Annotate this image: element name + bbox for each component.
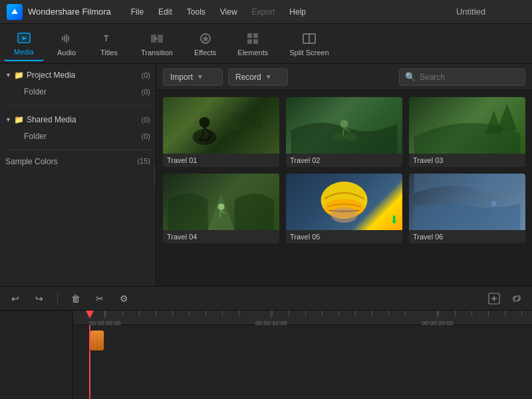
record-dropdown[interactable]: Record ▼ bbox=[228, 68, 288, 86]
ruler-minor-tick bbox=[189, 311, 190, 316]
svg-point-12 bbox=[200, 117, 210, 128]
search-box[interactable]: 🔍 bbox=[399, 68, 525, 86]
tick-icon-minor bbox=[272, 311, 273, 316]
media-label: Media bbox=[14, 48, 34, 56]
media-label-travel03: Travel 03 bbox=[409, 154, 525, 167]
media-item-travel06[interactable]: Travel 06 bbox=[409, 174, 525, 243]
search-input[interactable] bbox=[420, 72, 519, 82]
ruler-minor-tick bbox=[405, 311, 406, 316]
sidebar-sample-colors[interactable]: Sample Colors (15) bbox=[0, 153, 156, 170]
tick-icon-minor bbox=[338, 311, 339, 316]
collapse-arrow-icon: ◀ bbox=[156, 172, 157, 178]
timeline-clip-1[interactable] bbox=[90, 331, 104, 350]
media-item-travel05[interactable]: ⬇ Travel 05 bbox=[286, 174, 402, 243]
tick-icon-minor bbox=[239, 311, 239, 316]
ruler-minor-tick bbox=[521, 311, 522, 316]
svg-point-11 bbox=[193, 129, 217, 145]
ruler-mark-0: 00:00:00:00 bbox=[89, 311, 121, 327]
tick-icon-minor bbox=[322, 311, 323, 316]
titles-label: Titles bbox=[100, 49, 118, 57]
project-folder-label: Folder bbox=[24, 87, 47, 96]
folder-icon: 📁 bbox=[14, 70, 24, 80]
timeline-tracks bbox=[73, 325, 532, 399]
menu-export[interactable]: Export bbox=[245, 5, 282, 19]
ruler-minor-tick bbox=[156, 311, 156, 316]
sidebar-shared-media-header[interactable]: ▼ 📁 Shared Media (0) bbox=[0, 111, 156, 128]
sidebar-project-media-header[interactable]: ▼ 📁 Project Media (0) bbox=[0, 66, 156, 84]
ruler-minor-tick bbox=[355, 311, 356, 316]
folder-icon-2: 📁 bbox=[14, 115, 24, 124]
timeline-playhead[interactable] bbox=[89, 325, 90, 399]
menu-edit[interactable]: Edit bbox=[152, 5, 179, 19]
svg-rect-9 bbox=[253, 39, 258, 44]
import-dropdown[interactable]: Import ▼ bbox=[163, 68, 223, 86]
chevron-down-icon-2: ▼ bbox=[5, 116, 11, 123]
media-item-travel04[interactable]: Travel 04 bbox=[163, 174, 279, 243]
ruler-minor-tick bbox=[488, 311, 489, 316]
sidebar-collapse-handle[interactable]: ◀ bbox=[154, 165, 156, 185]
toolbar-audio[interactable]: Audio bbox=[47, 27, 86, 61]
menu-tools[interactable]: Tools bbox=[180, 5, 212, 19]
clip-content bbox=[90, 331, 104, 350]
svg-point-20 bbox=[491, 201, 497, 206]
timeline-toolbar: ↩ ↪ 🗑 ✂ ⚙ bbox=[0, 287, 532, 311]
download-badge: ⬇ bbox=[390, 213, 398, 226]
svg-rect-7 bbox=[253, 33, 258, 38]
redo-button[interactable]: ↪ bbox=[31, 290, 48, 307]
ruler-minor-tick bbox=[222, 311, 223, 316]
timeline-right-panel: 00:00:00:00 00:00:10:00 00:00:20:00 (fun… bbox=[73, 311, 532, 399]
link-button[interactable] bbox=[508, 290, 525, 307]
sidebar-project-folder[interactable]: Folder (0) bbox=[0, 84, 156, 100]
toolbar-effects[interactable]: Effects bbox=[185, 27, 225, 61]
svg-rect-4 bbox=[158, 35, 163, 43]
timeline-area: ↩ ↪ 🗑 ✂ ⚙ bbox=[0, 286, 532, 399]
media-thumb-travel03 bbox=[409, 97, 525, 154]
media-thumb-travel04 bbox=[163, 174, 279, 230]
svg-point-16 bbox=[218, 203, 225, 210]
toolbar-transition[interactable]: Transition bbox=[132, 27, 182, 61]
undo-button[interactable]: ↩ bbox=[7, 290, 24, 307]
tick-icon-minor bbox=[139, 311, 140, 316]
toolbar-titles[interactable]: T Titles bbox=[89, 27, 129, 61]
sidebar-shared-folder[interactable]: Folder (0) bbox=[0, 128, 156, 144]
add-media-button[interactable] bbox=[485, 290, 503, 307]
svg-rect-6 bbox=[247, 33, 252, 38]
adjust-button[interactable]: ⚙ bbox=[115, 290, 132, 307]
ruler-minor-tick bbox=[338, 311, 339, 316]
tick-icon-minor bbox=[172, 311, 173, 316]
toolbar-split-screen[interactable]: Split Screen bbox=[280, 27, 338, 61]
menu-view[interactable]: View bbox=[213, 5, 244, 19]
sample-colors-count: (15) bbox=[137, 157, 150, 166]
menu-help[interactable]: Help bbox=[283, 5, 313, 19]
media-item-travel01[interactable]: Travel 01 bbox=[163, 97, 279, 167]
project-folder-count: (0) bbox=[142, 88, 150, 96]
sidebar-divider-1 bbox=[5, 105, 150, 106]
tick-icon-minor bbox=[372, 311, 372, 316]
timeline-left-panel bbox=[0, 311, 73, 399]
tick-icon-minor bbox=[305, 311, 306, 316]
import-label: Import bbox=[170, 72, 193, 82]
cut-button[interactable]: ✂ bbox=[91, 290, 108, 307]
svg-point-14 bbox=[332, 133, 346, 141]
tick-icon-minor bbox=[355, 311, 356, 316]
ruler-minor-tick bbox=[272, 311, 273, 316]
media-item-travel03[interactable]: Travel 03 bbox=[409, 97, 525, 167]
tick-icon-minor bbox=[405, 311, 406, 316]
media-thumb-travel02 bbox=[286, 97, 402, 154]
tick-icon-minor bbox=[471, 311, 472, 316]
sidebar-divider-2 bbox=[5, 150, 150, 150]
media-thumb-travel05: ⬇ bbox=[286, 174, 402, 230]
tick-icon-minor bbox=[189, 311, 190, 316]
media-item-travel02[interactable]: Travel 02 bbox=[286, 97, 402, 167]
menu-file[interactable]: File bbox=[124, 5, 150, 19]
toolbar-media[interactable]: Media bbox=[4, 27, 44, 61]
tick-icon-minor bbox=[521, 311, 522, 316]
tick-icon-minor bbox=[106, 311, 106, 316]
sidebar-shared-media-section: ▼ 📁 Shared Media (0) Folder (0) bbox=[0, 108, 156, 147]
toolbar-elements[interactable]: Elements bbox=[228, 27, 277, 61]
project-media-label: Project Media bbox=[27, 70, 75, 80]
media-label-travel06: Travel 06 bbox=[409, 230, 525, 243]
delete-button[interactable]: 🗑 bbox=[67, 290, 84, 307]
svg-point-19 bbox=[331, 207, 358, 223]
titlebar: Wondershare Filmora File Edit Tools View… bbox=[0, 0, 532, 24]
